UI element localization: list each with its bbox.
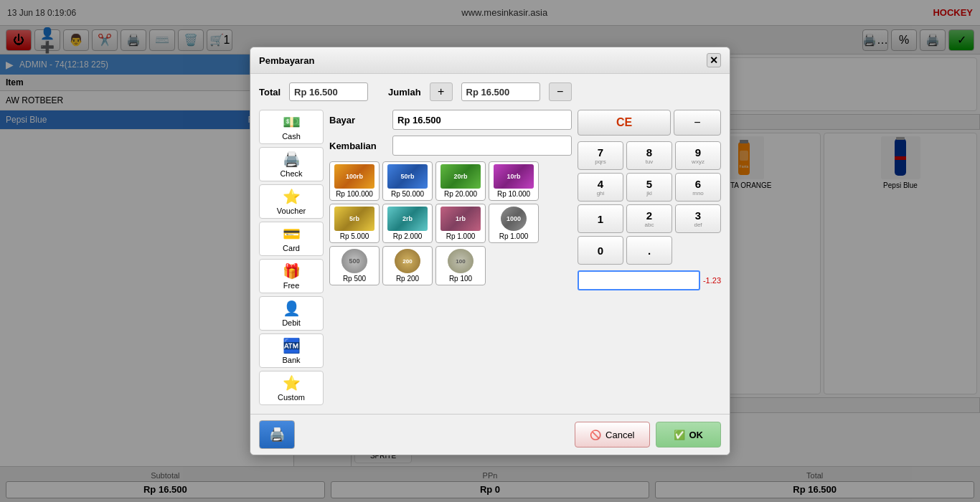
- payment-top-row: Total Rp 16.500 Jumlah + Rp 16.500 −: [259, 82, 721, 101]
- np-grid: 7pqrs 8tuv 9wxyz 4ghi 5jkl 6mno 1 2abc 3…: [578, 141, 721, 265]
- ce-button[interactable]: CE: [578, 110, 671, 136]
- pay-method-voucher[interactable]: ⭐ Voucher: [259, 184, 324, 219]
- modal-title: Pembayaran: [259, 55, 314, 66]
- denom-20k-label: Rp 20.000: [444, 190, 477, 198]
- bank-icon: 🏧: [283, 337, 301, 354]
- denom-100k-btn[interactable]: 100rb Rp 100.000: [329, 161, 380, 201]
- pay-method-card[interactable]: 💳 Card: [259, 222, 324, 256]
- modal-footer: 🖨️ 🚫 Cancel ✅ OK: [250, 414, 730, 455]
- np-btn-1[interactable]: 1: [578, 204, 623, 233]
- debit-icon: 👤: [283, 300, 301, 317]
- voucher-label: Voucher: [277, 207, 306, 215]
- denom-500-img: 500: [341, 249, 367, 273]
- modal-overlay: Pembayaran ✕ Total Rp 16.500 Jumlah + Rp…: [0, 0, 980, 502]
- np-btn-4[interactable]: 4ghi: [578, 173, 623, 202]
- np-minus-button[interactable]: −: [674, 110, 721, 136]
- bayar-row: Bayar Rp 16.500: [329, 110, 572, 130]
- modal-body: Total Rp 16.500 Jumlah + Rp 16.500 − 💵 C…: [250, 74, 730, 414]
- check-label: Check: [280, 169, 302, 178]
- jumlah-input[interactable]: Rp 16.500: [461, 82, 540, 101]
- np-neg-label: -1.23: [703, 276, 721, 285]
- kembalian-row: Kembalian: [329, 136, 572, 156]
- pay-method-custom[interactable]: ⭐ Custom: [259, 371, 324, 405]
- np-input-row: -1.23: [578, 270, 721, 290]
- np-btn-dot[interactable]: .: [626, 236, 672, 265]
- denom-50k-btn[interactable]: 50rb Rp 50.000: [382, 161, 433, 201]
- qty-minus-btn[interactable]: −: [549, 82, 572, 101]
- denom-1k2-btn[interactable]: 1000 Rp 1.000: [489, 204, 539, 243]
- np-input-field[interactable]: [578, 270, 700, 290]
- pay-method-check[interactable]: 🖨️ Check: [259, 147, 324, 181]
- denom-2k-img: 2rb: [387, 207, 428, 231]
- pay-method-free[interactable]: 🎁 Free: [259, 259, 324, 293]
- payment-content: 💵 Cash 🖨️ Check ⭐ Voucher 💳 Card: [259, 110, 721, 405]
- pay-method-cash[interactable]: 💵 Cash: [259, 110, 324, 144]
- jumlah-label: Jumlah: [388, 87, 421, 98]
- ok-icon: ✅: [674, 430, 685, 440]
- cash-icon: 💵: [283, 113, 301, 131]
- cancel-button[interactable]: 🚫 Cancel: [575, 422, 649, 447]
- np-btn-9[interactable]: 9wxyz: [675, 141, 721, 170]
- denom-1k2-img: 1000: [501, 207, 527, 231]
- cancel-label: Cancel: [606, 430, 634, 440]
- custom-icon: ⭐: [283, 374, 301, 392]
- denom-20k-btn[interactable]: 20rb Rp 20.000: [435, 161, 486, 201]
- denom-10k-btn[interactable]: 10rb Rp 10.000: [489, 161, 539, 201]
- check-pay-icon: 🖨️: [283, 151, 301, 168]
- denom-20k-img: 20rb: [440, 164, 481, 189]
- card-icon: 💳: [283, 225, 301, 242]
- debit-label: Debit: [282, 318, 301, 327]
- card-label: Card: [283, 244, 300, 252]
- modal-header: Pembayaran ✕: [250, 47, 730, 74]
- denom-1k-label: Rp 1.000: [446, 232, 476, 240]
- modal-print-button[interactable]: 🖨️: [259, 420, 295, 449]
- np-btn-2[interactable]: 2abc: [626, 204, 672, 233]
- total-label-modal: Total: [259, 87, 281, 98]
- denom-100k-img: 100rb: [334, 164, 374, 189]
- denom-500-btn[interactable]: 500 Rp 500: [329, 246, 380, 285]
- cancel-icon: 🚫: [590, 430, 601, 440]
- denom-1k-btn[interactable]: 1rb Rp 1.000: [435, 204, 486, 243]
- denom-2k-label: Rp 2.000: [393, 232, 423, 240]
- payment-methods: 💵 Cash 🖨️ Check ⭐ Voucher 💳 Card: [259, 110, 324, 405]
- np-btn-7[interactable]: 7pqrs: [578, 141, 623, 170]
- kembalian-label: Kembalian: [329, 141, 387, 151]
- voucher-icon: ⭐: [283, 188, 301, 205]
- kembalian-input[interactable]: [392, 136, 572, 156]
- denom-5k-label: Rp 5.000: [340, 232, 369, 240]
- denom-10k-img: 10rb: [494, 164, 534, 189]
- np-btn-0[interactable]: 0: [578, 236, 623, 265]
- denom-5k-btn[interactable]: 5rb Rp 5.000: [329, 204, 380, 243]
- bayar-label: Bayar: [329, 115, 387, 126]
- denom-200-btn[interactable]: 200 Rp 200: [382, 246, 433, 285]
- bayar-input[interactable]: Rp 16.500: [392, 110, 572, 130]
- np-btn-5[interactable]: 5jkl: [626, 173, 672, 202]
- ce-row: CE −: [578, 110, 721, 136]
- denom-2k-btn[interactable]: 2rb Rp 2.000: [382, 204, 433, 243]
- np-btn-3[interactable]: 3def: [675, 204, 721, 233]
- denom-1k2-label: Rp 1.000: [499, 232, 529, 240]
- denom-100-label: Rp 100: [449, 275, 472, 283]
- payment-numpad: CE − 7pqrs 8tuv 9wxyz 4ghi 5jkl 6mno 1 2…: [578, 110, 721, 405]
- cash-label: Cash: [282, 132, 301, 141]
- denom-100k-label: Rp 100.000: [336, 190, 373, 198]
- total-input-modal[interactable]: Rp 16.500: [289, 82, 368, 101]
- qty-plus-btn[interactable]: +: [430, 82, 453, 101]
- custom-label: Custom: [278, 393, 305, 402]
- denom-10k-label: Rp 10.000: [497, 190, 530, 198]
- ok-label: OK: [689, 430, 704, 440]
- pay-method-debit[interactable]: 👤 Debit: [259, 296, 324, 331]
- denom-200-label: Rp 200: [396, 275, 419, 283]
- modal-close-button[interactable]: ✕: [707, 53, 721, 67]
- denom-100-img: 100: [448, 249, 473, 273]
- np-btn-6[interactable]: 6mno: [675, 173, 721, 202]
- free-icon: 🎁: [283, 262, 301, 280]
- free-label: Free: [283, 281, 300, 290]
- denom-1k-img: 1rb: [440, 207, 481, 231]
- pay-method-bank[interactable]: 🏧 Bank: [259, 333, 324, 368]
- ok-button[interactable]: ✅ OK: [656, 422, 722, 447]
- denom-100-btn[interactable]: 100 Rp 100: [435, 246, 486, 285]
- np-btn-8[interactable]: 8tuv: [626, 141, 672, 170]
- bank-label: Bank: [282, 356, 300, 364]
- denom-50k-label: Rp 50.000: [391, 190, 424, 198]
